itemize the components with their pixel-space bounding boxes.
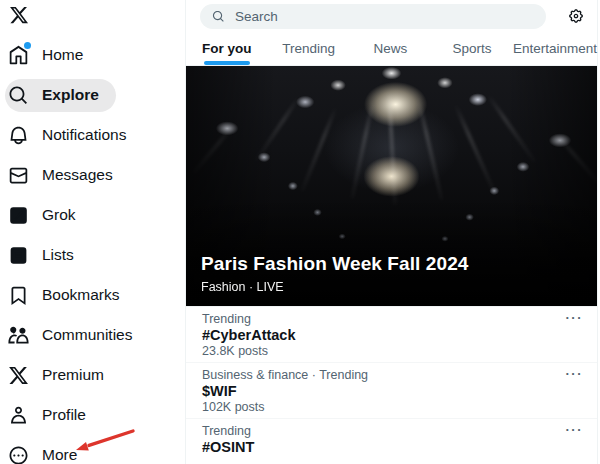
trend-title: #OSINT — [202, 439, 581, 456]
trend-context: Business & finance · Trending — [202, 368, 581, 383]
trend-item[interactable]: Trending #CyberAttack 23.8K posts ··· — [186, 307, 597, 363]
ellipsis-icon: ··· — [566, 422, 584, 437]
sidebar-item-label: More — [42, 446, 77, 464]
sidebar-item-label: Premium — [42, 366, 104, 384]
ellipsis-icon: ··· — [566, 366, 584, 381]
trend-title: #CyberAttack — [202, 327, 581, 344]
trend-item[interactable]: Trending #OSINT ··· — [186, 419, 597, 459]
trend-context: Trending — [202, 424, 581, 439]
tab-trending[interactable]: Trending — [268, 32, 350, 65]
person-icon — [8, 405, 29, 426]
trend-list: Trending #CyberAttack 23.8K posts ··· Bu… — [186, 307, 597, 459]
gear-icon — [568, 8, 584, 24]
hero-title: Paris Fashion Week Fall 2024 — [201, 253, 469, 275]
sidebar-item-home[interactable]: Home — [0, 35, 185, 75]
more-circle-icon — [8, 445, 29, 464]
hero-caption: Paris Fashion Week Fall 2024 Fashion · L… — [201, 253, 469, 294]
sidebar-item-bookmarks[interactable]: Bookmarks — [0, 275, 185, 315]
trend-post-count: 23.8K posts — [202, 344, 581, 359]
trend-title: $WIF — [202, 383, 581, 400]
sidebar-item-label: Bookmarks — [42, 286, 120, 304]
explore-tabs: For you Trending News Sports Entertainme… — [186, 32, 597, 66]
sidebar-item-profile[interactable]: Profile — [0, 395, 185, 435]
search-icon — [212, 10, 225, 23]
sidebar-item-label: Communities — [42, 326, 132, 344]
sidebar-item-messages[interactable]: Messages — [0, 155, 185, 195]
hero-subtitle: Fashion · LIVE — [201, 280, 469, 294]
x-explore-page: Home Explore Notifications Messages — [0, 0, 600, 464]
sidebar-item-explore[interactable]: Explore — [0, 75, 185, 115]
trend-item[interactable]: Business & finance · Trending $WIF 102K … — [186, 363, 597, 419]
explore-header — [186, 0, 597, 32]
search-bar[interactable] — [200, 4, 546, 29]
grok-icon — [8, 205, 29, 226]
x-premium-icon — [8, 365, 29, 386]
explore-icon — [8, 85, 29, 106]
trend-overflow-button[interactable]: ··· — [566, 311, 584, 325]
bell-icon — [8, 125, 29, 146]
sidebar-item-notifications[interactable]: Notifications — [0, 115, 185, 155]
trend-overflow-button[interactable]: ··· — [566, 367, 584, 381]
home-notification-dot — [24, 42, 31, 49]
explore-timeline: For you Trending News Sports Entertainme… — [185, 0, 598, 464]
sidebar-item-premium[interactable]: Premium — [0, 355, 185, 395]
sidebar-item-label: Explore — [42, 86, 99, 104]
sidebar-item-label: Lists — [42, 246, 74, 264]
hero-trend-banner[interactable]: Paris Fashion Week Fall 2024 Fashion · L… — [186, 66, 597, 307]
sidebar: Home Explore Notifications Messages — [0, 0, 185, 464]
sidebar-item-more[interactable]: More — [0, 435, 185, 464]
sidebar-item-label: Profile — [42, 406, 86, 424]
x-logo[interactable] — [9, 5, 31, 27]
settings-button[interactable] — [565, 5, 587, 27]
sidebar-nav: Home Explore Notifications Messages — [0, 35, 185, 464]
sidebar-item-lists[interactable]: Lists — [0, 235, 185, 275]
tab-entertainment[interactable]: Entertainment — [513, 32, 597, 65]
bookmark-icon — [8, 285, 29, 306]
search-input[interactable] — [235, 9, 534, 24]
envelope-icon — [8, 165, 29, 186]
sidebar-item-communities[interactable]: Communities — [0, 315, 185, 355]
sidebar-item-label: Grok — [42, 206, 76, 224]
sidebar-item-grok[interactable]: Grok — [0, 195, 185, 235]
trend-overflow-button[interactable]: ··· — [566, 423, 584, 437]
ellipsis-icon: ··· — [566, 310, 584, 325]
trend-context: Trending — [202, 312, 581, 327]
communities-icon — [8, 325, 29, 346]
tab-for-you[interactable]: For you — [186, 32, 268, 65]
home-icon — [8, 45, 29, 66]
active-tab-underline — [204, 61, 250, 65]
sidebar-item-label: Notifications — [42, 126, 126, 144]
tab-news[interactable]: News — [349, 32, 431, 65]
tab-sports[interactable]: Sports — [431, 32, 513, 65]
sidebar-item-label: Home — [42, 46, 83, 64]
trend-post-count: 102K posts — [202, 400, 581, 415]
sidebar-item-label: Messages — [42, 166, 113, 184]
list-icon — [8, 245, 29, 266]
